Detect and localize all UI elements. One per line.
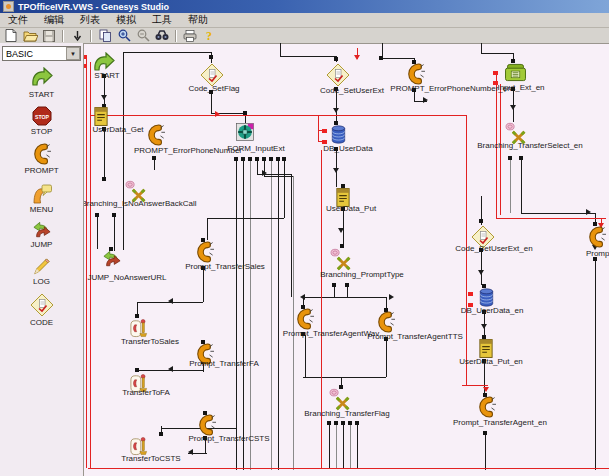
palette-category-select[interactable]: BASIC ▼ (2, 46, 81, 61)
node-label-prompt-transferfa: Prompt_TransferFA (189, 359, 259, 368)
connection-port[interactable] (276, 157, 280, 161)
palette-item-stop[interactable]: STOPSTOP (0, 106, 83, 136)
palette-item-prompt[interactable]: PROMPT (0, 143, 83, 175)
palette-item-start[interactable]: START (0, 67, 83, 99)
connection-port[interactable] (102, 177, 106, 181)
connection-port[interactable] (152, 156, 156, 160)
connection-port[interactable] (334, 57, 338, 61)
node-label-code-setflag: Code_SetFlag (188, 84, 239, 93)
connection-port[interactable] (348, 421, 352, 425)
palette-item-log[interactable]: LOG (0, 256, 83, 286)
node-form-inputext[interactable] (236, 123, 254, 141)
prompt-icon (588, 226, 606, 248)
connection-port[interactable] (112, 213, 116, 217)
palette-item-jump[interactable]: JUMP (0, 221, 83, 249)
node-userdata-get[interactable] (93, 106, 109, 127)
node-label-prompt-transfercsts: Prompt_TransferCSTS (188, 434, 269, 443)
component-palette: BASIC ▼ STARTSTOPSTOPPROMPTMENUJUMPLOGCO… (0, 43, 84, 476)
connector-line (321, 150, 322, 469)
connector-line (496, 218, 606, 219)
connection-port[interactable] (234, 157, 238, 161)
connection-port[interactable] (262, 157, 266, 161)
connection-port[interactable] (508, 156, 512, 160)
connector-line (90, 115, 466, 116)
connection-port[interactable] (243, 111, 247, 115)
connection-port[interactable] (209, 55, 213, 59)
node-transfertosales[interactable] (130, 317, 148, 339)
connector-line (303, 377, 386, 378)
connection-port[interactable] (248, 157, 252, 161)
palette-item-code[interactable]: CODE (0, 293, 83, 327)
prompt-icon (296, 308, 314, 330)
node-prompt-errorphonenumber-en[interactable] (407, 63, 425, 85)
node-label-transfertofa: TransferToFA (122, 388, 170, 397)
arrowhead (168, 366, 173, 372)
node-db-userdata[interactable] (331, 124, 346, 145)
connection-port[interactable] (332, 283, 336, 287)
connection-port[interactable] (241, 157, 245, 161)
connection-port[interactable] (355, 421, 359, 425)
node-label-branching-isnoanswerbackcall: Branching_IsNoAnswerBackCall (81, 199, 196, 208)
node-code-setuserext[interactable] (326, 63, 350, 87)
jump-icon (101, 250, 123, 268)
node-label-jump-noanswerurl: JUMP_NoAnswerURL (87, 273, 166, 282)
connector-line (123, 52, 124, 250)
node-prompt-transferagentwav[interactable] (296, 308, 314, 330)
connection-port[interactable] (345, 283, 349, 287)
arrowhead (300, 294, 305, 300)
doc-icon (478, 338, 494, 359)
highlighted-connection-port[interactable] (322, 129, 327, 133)
arrowhead (333, 168, 339, 173)
node-branching-prompttype[interactable] (330, 248, 354, 272)
connection-port[interactable] (159, 432, 163, 436)
node-userdata-put-en[interactable] (478, 338, 494, 359)
palette-item-menu[interactable]: MENU (0, 182, 83, 214)
node-prompt-transferagenttts[interactable] (377, 311, 395, 333)
node-prompt-transfercsts[interactable] (198, 414, 216, 436)
connection-port[interactable] (379, 56, 383, 60)
prompt-icon (33, 143, 51, 165)
connection-port[interactable] (282, 157, 286, 161)
connection-port[interactable] (334, 421, 338, 425)
chevron-down-icon[interactable]: ▼ (66, 47, 80, 60)
menu-icon (31, 182, 53, 204)
prompt-icon (377, 311, 395, 333)
node-prompt-transfersales[interactable] (196, 241, 214, 263)
connection-port[interactable] (479, 219, 483, 223)
db-icon (479, 287, 494, 308)
highlighted-connection-port[interactable] (468, 292, 473, 296)
connection-port[interactable] (255, 157, 259, 161)
node-jump-noanswerurl[interactable] (101, 250, 123, 268)
connector-line (595, 260, 596, 470)
stop-icon: STOP (32, 106, 52, 126)
connection-port[interactable] (341, 421, 345, 425)
arrowhead (101, 95, 107, 100)
connector-line (104, 129, 105, 179)
connection-port[interactable] (483, 431, 487, 435)
form-icon (236, 123, 254, 141)
node-prompt-transferagent-en[interactable] (478, 396, 496, 418)
connector-line (271, 160, 272, 470)
node-db-userdata-en[interactable] (479, 287, 494, 308)
highlighted-connection-port[interactable] (493, 71, 498, 75)
node-label-code-setuserext: Code_SetUserExt (320, 86, 384, 95)
connector-line (481, 251, 482, 285)
node-prompt-right-edge[interactable] (588, 226, 606, 248)
connection-port[interactable] (327, 421, 331, 425)
node-input-ext-en[interactable] (504, 63, 527, 82)
deskphone-icon (504, 63, 527, 82)
node-label-prompt-transferagentwav: Prompt_TransferAgentWav (283, 329, 379, 338)
node-label-db-userdata-en: DB_UserData_en (461, 306, 524, 315)
node-prompt-errorphonenumber[interactable] (147, 124, 165, 146)
svg-text:STOP: STOP (34, 114, 49, 120)
connector-line (250, 160, 251, 470)
flow-canvas[interactable]: STARTUserData_GetBranching_IsNoAnswerBac… (0, 0, 609, 476)
connector-line (521, 159, 522, 213)
node-label-userdata-get: UserData_Get (92, 125, 143, 134)
connector-line (88, 468, 609, 469)
connection-port[interactable] (269, 157, 273, 161)
log-icon (32, 256, 52, 276)
connector-line (336, 424, 337, 469)
connection-port[interactable] (519, 156, 523, 160)
connection-port[interactable] (95, 213, 99, 217)
